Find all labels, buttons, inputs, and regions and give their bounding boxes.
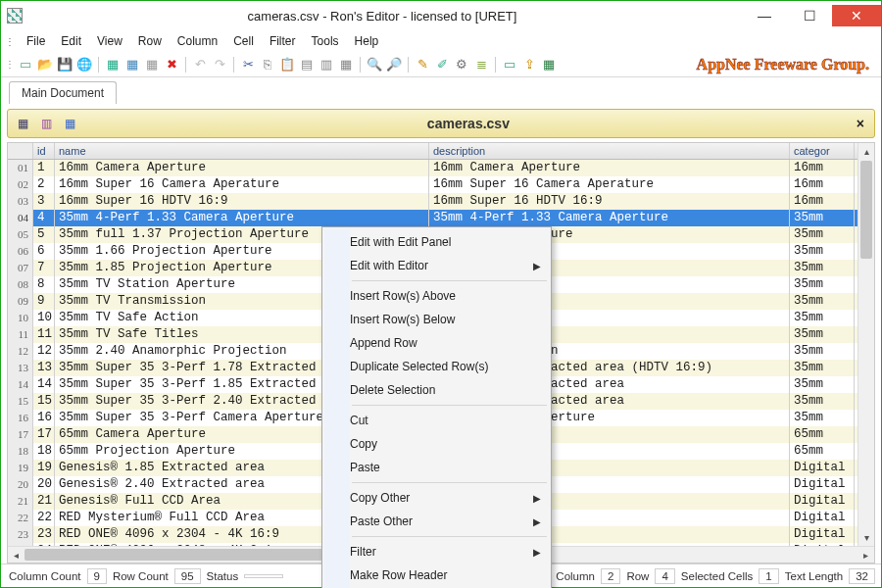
cell-category[interactable]: Digital [790, 460, 855, 476]
header-name[interactable]: name [55, 143, 429, 159]
cell-name[interactable]: 16mm Super 16 HDTV 16:9 [55, 193, 429, 210]
cell-category[interactable]: 35mm [790, 210, 855, 226]
open-icon[interactable]: 📂 [36, 56, 54, 74]
cell-name[interactable]: 16mm Super 16 Camera Aperature [55, 176, 429, 193]
globe-icon[interactable]: 🌐 [75, 56, 93, 74]
cell-id[interactable]: 19 [33, 460, 55, 476]
context-append-row[interactable]: ▧Append Row [324, 331, 549, 355]
cell-id[interactable]: 20 [33, 476, 55, 493]
cell-category[interactable]: 35mm [790, 276, 855, 293]
header-category[interactable]: categor [790, 143, 855, 159]
excel-icon[interactable]: ▦ [540, 56, 558, 74]
page3-icon[interactable]: ▦ [337, 56, 355, 74]
vertical-scrollbar[interactable]: ▴ ▾ [858, 143, 874, 546]
cell-id[interactable]: 4 [33, 210, 55, 226]
cell-id[interactable]: 23 [33, 526, 55, 543]
cell-category[interactable]: 35mm [790, 326, 855, 343]
cfg-icon[interactable]: ⚙ [453, 56, 470, 74]
menu-tools[interactable]: Tools [304, 32, 347, 50]
table-row[interactable]: 04435mm 4-Perf 1.33 Camera Aperture35mm … [8, 210, 874, 226]
cell-name[interactable]: 35mm 4-Perf 1.33 Camera Aperture [55, 210, 429, 226]
redo-icon[interactable]: ↷ [211, 56, 228, 74]
cell-id[interactable]: 17 [33, 426, 55, 443]
document-close-button[interactable]: × [853, 116, 868, 131]
cell-description[interactable]: 35mm 4-Perf 1.33 Camera Aperture [429, 210, 790, 226]
context-paste-other[interactable]: Paste Other▶ [324, 510, 549, 533]
cell-category[interactable]: 16mm [790, 193, 855, 210]
cell-id[interactable]: 5 [33, 226, 55, 243]
cell-id[interactable]: 3 [33, 193, 55, 210]
cell-id[interactable]: 22 [33, 510, 55, 526]
cell-id[interactable]: 8 [33, 276, 55, 293]
cell-name[interactable]: 16mm Camera Aperture [55, 160, 429, 176]
scroll-right-icon[interactable]: ▸ [858, 547, 874, 563]
cell-id[interactable]: 13 [33, 360, 55, 376]
close-button[interactable]: ✕ [832, 5, 881, 26]
cell-id[interactable]: 12 [33, 343, 55, 360]
doc-icon-2[interactable]: ▥ [37, 115, 55, 132]
doc-icon-3[interactable]: ▦ [61, 115, 78, 132]
cell-id[interactable]: 16 [33, 410, 55, 426]
scroll-down-icon[interactable]: ▾ [858, 529, 874, 546]
replace-icon[interactable]: 🔎 [385, 56, 403, 74]
page2-icon[interactable]: ▥ [318, 56, 335, 74]
cell-category[interactable]: 35mm [790, 226, 855, 243]
menu-help[interactable]: Help [347, 32, 387, 50]
context-make-row-header[interactable]: ▦Make Row Header [324, 564, 549, 587]
cell-description[interactable]: 16mm Camera Aperture [429, 160, 790, 176]
cell-id[interactable]: 11 [33, 326, 55, 343]
cell-id[interactable]: 21 [33, 493, 55, 510]
table-row[interactable]: 03316mm Super 16 HDTV 16:916mm Super 16 … [8, 193, 874, 210]
cell-category[interactable]: 35mm [790, 260, 855, 276]
context-edit-with-edit-panel[interactable]: ▦Edit with Edit Panel [324, 230, 549, 254]
cell-description[interactable]: 16mm Super 16 Camera Aperature [429, 176, 790, 193]
cell-category[interactable]: Digital [790, 510, 855, 526]
edit2-icon[interactable]: ✐ [433, 56, 451, 74]
header-id[interactable]: id [33, 143, 55, 159]
menu-edit[interactable]: Edit [53, 32, 89, 50]
delete-icon[interactable]: ✖ [163, 56, 180, 74]
minimize-button[interactable]: — [742, 5, 787, 26]
header-rownum[interactable] [8, 143, 33, 159]
context-copy[interactable]: ⎘Copy [324, 432, 549, 456]
cell-description[interactable]: 16mm Super 16 HDTV 16:9 [429, 193, 790, 210]
cell-id[interactable]: 2 [33, 176, 55, 193]
cell-id[interactable]: 10 [33, 310, 55, 326]
menu-view[interactable]: View [89, 32, 130, 50]
cell-category[interactable]: Digital [790, 543, 855, 546]
context-delete-selection[interactable]: ✖Delete Selection [324, 378, 549, 402]
menu-filter[interactable]: Filter [262, 32, 304, 50]
doc-icon-1[interactable]: ▦ [14, 115, 31, 132]
copy-icon[interactable]: ⎘ [259, 56, 276, 74]
menu-column[interactable]: Column [170, 32, 225, 50]
cell-id[interactable]: 1 [33, 160, 55, 176]
cell-category[interactable]: 35mm [790, 376, 855, 393]
cell-category[interactable]: 65mm [790, 443, 855, 460]
edit1-icon[interactable]: ✎ [414, 56, 431, 74]
menu-file[interactable]: File [19, 32, 53, 50]
cell-category[interactable]: Digital [790, 493, 855, 510]
undo-icon[interactable]: ↶ [191, 56, 209, 74]
cell-category[interactable]: 16mm [790, 176, 855, 193]
context-cut[interactable]: ✂Cut [324, 409, 549, 432]
cell-category[interactable]: 65mm [790, 426, 855, 443]
scroll-left-icon[interactable]: ◂ [8, 547, 24, 563]
cell-category[interactable]: 35mm [790, 360, 855, 376]
maximize-button[interactable]: ☐ [787, 5, 832, 26]
db-icon[interactable]: ≣ [472, 56, 490, 74]
cell-id[interactable]: 14 [33, 376, 55, 393]
page1-icon[interactable]: ▤ [298, 56, 316, 74]
cell-category[interactable]: 35mm [790, 293, 855, 310]
scroll-up-icon[interactable]: ▴ [858, 143, 874, 160]
context-paste[interactable]: 📋Paste [324, 456, 549, 479]
cell-id[interactable]: 9 [33, 293, 55, 310]
context-edit-with-editor[interactable]: ➪Edit with Editor▶ [324, 254, 549, 277]
cell-id[interactable]: 18 [33, 443, 55, 460]
new-icon[interactable]: ▭ [17, 56, 34, 74]
grid2-icon[interactable]: ▦ [123, 56, 141, 74]
grid1-icon[interactable]: ▦ [104, 56, 122, 74]
grid3-icon[interactable]: ▦ [143, 56, 161, 74]
vscroll-thumb[interactable] [860, 161, 872, 259]
cell-category[interactable]: 35mm [790, 393, 855, 410]
cell-category[interactable]: 35mm [790, 343, 855, 360]
